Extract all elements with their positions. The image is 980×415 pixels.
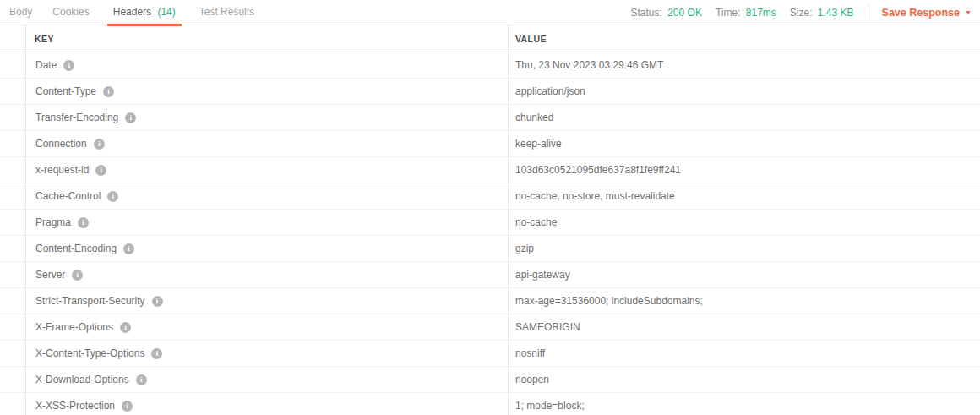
info-icon[interactable]: i [95,165,106,176]
header-value-text: no-cache [515,216,557,228]
table-row: Date i Thu, 23 Nov 2023 03:29:46 GMT [0,52,980,79]
header-value-text: Thu, 23 Nov 2023 03:29:46 GMT [515,59,663,71]
info-icon[interactable]: i [152,296,163,307]
header-value-cell: no-cache [509,210,980,235]
column-header-key: KEY [26,25,509,52]
size-value: 1.43 KB [818,7,854,19]
table-row: Connection i keep-alive [0,131,980,157]
info-icon[interactable]: i [72,270,83,281]
header-value-text: 103d63c0521095dfe637a8f1fe9ff241 [515,164,681,176]
table-row: X-XSS-Protection i 1; mode=block; [0,393,980,415]
header-value-cell: chunked [509,105,980,130]
header-key-text: Cache-Control [35,190,101,202]
header-key-text: X-Frame-Options [35,321,113,333]
tab-body[interactable]: Body [7,0,35,25]
table-row: X-Frame-Options i SAMEORIGIN [0,314,980,341]
tab-headers[interactable]: Headers (14) [107,0,182,25]
header-key-text: x-request-id [35,164,89,176]
header-key-cell: X-Content-Type-Options i [26,341,509,366]
info-icon[interactable]: i [103,86,114,97]
header-key-cell: Cache-Control i [26,183,509,209]
table-row: Content-Encoding i gzip [0,236,980,262]
info-icon[interactable]: i [122,401,133,412]
info-icon[interactable]: i [63,60,74,71]
info-icon[interactable]: i [94,139,105,150]
time-value: 817ms [746,7,776,19]
header-value-text: gzip [515,243,534,254]
header-key-text: Date [35,59,57,71]
header-value-cell: max-age=31536000; includeSubdomains; [509,288,980,314]
tab-cookies[interactable]: Cookies [50,0,91,25]
header-key-cell: X-Frame-Options i [26,314,509,340]
tab-test-results[interactable]: Test Results [197,0,257,25]
header-value-cell: api-gateway [509,262,980,287]
header-key-text: Content-Encoding [35,243,117,254]
header-key-cell: Connection i [26,131,509,156]
info-icon[interactable]: i [120,322,131,333]
save-response-button[interactable]: Save Response ▾ [882,7,970,19]
gutter-cell [0,79,26,104]
gutter-cell [0,52,26,78]
header-key-text: Server [35,269,65,281]
header-key-cell: Content-Type i [26,79,509,104]
divider [868,5,868,20]
gutter-cell [0,105,26,130]
status-label: Status: [630,7,662,19]
header-key-cell: Server i [26,262,509,287]
size-label: Size: [790,7,813,19]
header-key-text: X-Download-Options [35,374,129,385]
gutter-cell [0,314,26,340]
time-indicator: Time: 817ms [716,7,776,19]
table-row: Transfer-Encoding i chunked [0,105,980,131]
table-row: X-Content-Type-Options i nosniff [0,341,980,367]
table-row: X-Download-Options i noopen [0,367,980,393]
table-row: Server i api-gateway [0,262,980,288]
header-key-text: Transfer-Encoding [35,112,118,123]
info-icon[interactable]: i [151,348,162,359]
header-value-cell: Thu, 23 Nov 2023 03:29:46 GMT [509,52,980,78]
header-key-text: X-Content-Type-Options [35,347,144,359]
header-key-cell: Content-Encoding i [26,236,509,261]
header-key-cell: x-request-id i [26,157,509,183]
size-indicator: Size: 1.43 KB [790,7,854,19]
status-indicator: Status: 200 OK [630,7,701,19]
header-key-cell: Strict-Transport-Security i [26,288,509,314]
gutter-cell [0,131,26,156]
header-value-cell: application/json [509,79,980,104]
header-value-cell: 1; mode=block; [509,393,980,415]
gutter-cell [0,288,26,314]
gutter-cell [0,25,26,52]
tab-headers-count: (14) [157,6,175,18]
info-icon[interactable]: i [123,243,134,254]
header-key-cell: X-XSS-Protection i [26,393,509,415]
header-value-text: application/json [515,85,585,97]
header-key-cell: Date i [26,52,509,78]
table-row: Cache-Control i no-cache, no-store, must… [0,183,980,210]
info-icon[interactable]: i [78,217,89,228]
table-row: Pragma i no-cache [0,210,980,236]
table-body: Date i Thu, 23 Nov 2023 03:29:46 GMT Con… [0,52,980,415]
table-row: x-request-id i 103d63c0521095dfe637a8f1f… [0,157,980,183]
header-key-cell: Transfer-Encoding i [26,105,509,130]
info-icon[interactable]: i [136,374,147,385]
response-meta: Status: 200 OK Time: 817ms Size: 1.43 KB… [617,0,980,25]
header-value-text: no-cache, no-store, must-revalidate [515,190,675,202]
header-value-text: api-gateway [515,269,570,281]
gutter-cell [0,236,26,261]
info-icon[interactable]: i [107,191,118,202]
header-value-text: noopen [515,374,549,385]
header-value-cell: SAMEORIGIN [509,314,980,340]
chevron-down-icon: ▾ [966,8,970,16]
table-row: Content-Type i application/json [0,79,980,105]
header-key-text: Strict-Transport-Security [35,295,145,307]
gutter-cell [0,183,26,209]
header-key-text: X-XSS-Protection [35,400,115,412]
gutter-cell [0,210,26,235]
info-icon[interactable]: i [125,112,136,123]
header-value-cell: no-cache, no-store, must-revalidate [509,183,980,209]
save-response-label: Save Response [882,7,960,19]
column-header-value: VALUE [509,25,980,52]
header-value-cell: noopen [509,367,980,392]
header-value-cell: 103d63c0521095dfe637a8f1fe9ff241 [509,157,980,183]
table-row: Strict-Transport-Security i max-age=3153… [0,288,980,314]
